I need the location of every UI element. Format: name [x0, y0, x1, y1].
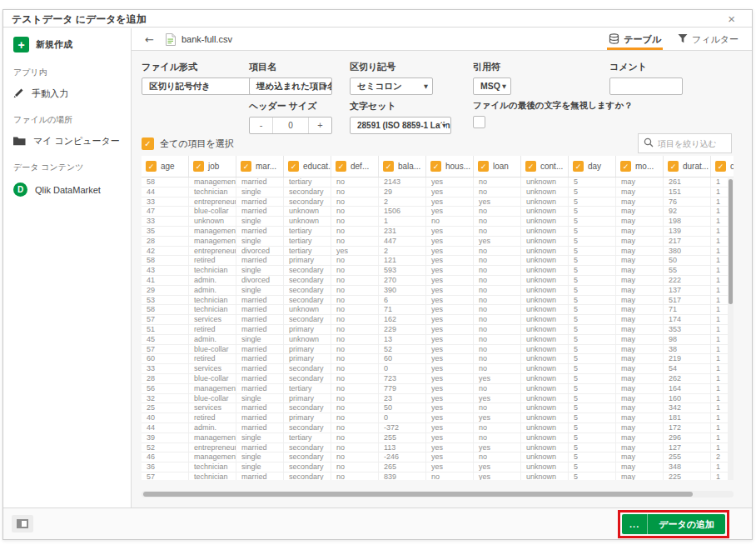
table-cell: no — [331, 345, 379, 354]
column-checkbox[interactable]: ✓ — [146, 161, 157, 172]
table-cell: secondary — [284, 364, 331, 373]
column-checkbox[interactable]: ✓ — [478, 161, 489, 172]
table-cell: 44 — [142, 188, 189, 197]
delimiter-select[interactable]: セミコロン ▼ — [350, 78, 433, 95]
sidebar-item-create-new[interactable]: + 新規作成 — [13, 37, 131, 52]
column-checkbox[interactable]: ✓ — [715, 161, 726, 172]
table-cell: no — [331, 354, 379, 363]
table-cell: 76 — [664, 198, 711, 207]
tab-filter[interactable]: フィルター — [676, 28, 740, 50]
table-cell: 47 — [142, 207, 189, 216]
column-checkbox[interactable]: ✓ — [288, 161, 299, 172]
column-checkbox[interactable]: ✓ — [668, 161, 679, 172]
table-cell: technician — [189, 188, 236, 197]
panel-toggle-button[interactable] — [12, 515, 33, 532]
table-cell: no — [331, 403, 379, 412]
table-cell: no — [331, 217, 379, 226]
table-cell: unknown — [521, 413, 569, 422]
column-checkbox[interactable]: ✓ — [525, 161, 536, 172]
table-cell: yes — [426, 384, 474, 393]
table-header-row: ✓age✓job✓mar...✓educat...✓def...✓bala...… — [142, 156, 734, 178]
sidebar-item-manual-entry[interactable]: 手動入力 — [13, 88, 131, 100]
table-cell: married — [236, 315, 284, 324]
table-row: 39managementsingletertiaryno255yesnounkn… — [142, 433, 734, 443]
comment-input[interactable] — [609, 78, 683, 95]
column-checkbox[interactable]: ✓ — [573, 161, 584, 172]
column-checkbox[interactable]: ✓ — [241, 161, 251, 172]
more-options-icon[interactable]: ... — [622, 516, 647, 532]
table-cell: unknown — [521, 345, 569, 354]
select-all-checkbox[interactable]: ✓ — [142, 138, 154, 150]
table-cell: no — [474, 305, 521, 314]
table-cell: 261 — [664, 178, 711, 187]
table-cell: no — [474, 403, 521, 412]
table-cell: yes — [426, 374, 474, 383]
ignore-eof-checkbox[interactable] — [473, 116, 485, 128]
table-cell: 5 — [569, 266, 616, 275]
column-checkbox[interactable]: ✓ — [336, 161, 346, 172]
add-data-button[interactable]: ... データの追加 — [622, 514, 725, 534]
column-checkbox[interactable]: ✓ — [620, 161, 631, 172]
table-cell: 5 — [569, 345, 616, 354]
main-panel: ← bank-full.csv テーブル フィルター — [132, 28, 752, 508]
table-cell: may — [616, 286, 664, 295]
table-cell: no — [331, 413, 379, 422]
column-label: day — [588, 162, 601, 171]
table-cell: blue-collar — [189, 374, 236, 383]
table-cell: 52 — [379, 345, 426, 354]
table-cell: 5 — [569, 403, 616, 412]
table-cell: 39 — [142, 433, 189, 442]
table-cell: 5 — [569, 433, 616, 442]
table-cell: may — [616, 384, 664, 393]
sidebar-item-qlik-datamarket[interactable]: D Qlik DataMarket — [13, 182, 131, 197]
table-cell: may — [616, 237, 664, 246]
table-cell: may — [616, 256, 664, 265]
table-cell: no — [474, 315, 521, 324]
horizontal-scrollbar-thumb[interactable] — [143, 492, 693, 497]
close-icon[interactable]: × — [728, 11, 735, 27]
table-cell: no — [331, 178, 379, 187]
quoting-select[interactable]: MSQ ▼ — [473, 78, 511, 95]
table-cell: 181 — [664, 413, 711, 422]
table-cell: single — [236, 266, 284, 275]
table-cell: 6 — [379, 296, 426, 305]
table-cell: 50 — [379, 403, 426, 412]
table-cell: may — [616, 374, 664, 383]
horizontal-scrollbar[interactable] — [142, 491, 734, 498]
table-cell: 5 — [569, 296, 616, 305]
column-checkbox[interactable]: ✓ — [383, 161, 394, 172]
field-names-select[interactable]: 埋め込まれた項目名 ▼ — [249, 78, 332, 95]
character-set-label: 文字セット — [350, 100, 451, 112]
table-cell: 174 — [664, 315, 711, 324]
vertical-scrollbar-thumb[interactable] — [729, 179, 733, 304]
table-cell: services — [189, 403, 236, 412]
table-cell: may — [616, 335, 664, 344]
column-label: loan — [493, 162, 509, 171]
table-row: 45admin.singleunknownno13yesnounknown5ma… — [142, 335, 734, 345]
back-arrow-icon[interactable]: ← — [145, 33, 154, 46]
table-cell: yes — [426, 286, 474, 295]
table-cell: no — [426, 217, 474, 226]
table-cell: 33 — [142, 364, 189, 373]
table-cell: no — [331, 325, 379, 334]
table-cell: no — [331, 394, 379, 403]
table-cell: 723 — [379, 374, 426, 383]
table-cell: 225 — [664, 472, 711, 480]
tab-table[interactable]: テーブル — [607, 28, 663, 50]
table-cell: yes — [426, 335, 474, 344]
table-cell: unknown — [521, 354, 569, 363]
column-checkbox[interactable]: ✓ — [193, 161, 204, 172]
table-cell: no — [331, 364, 379, 373]
character-set-group: 文字セット 28591 (ISO 8859-1 Latin I) ▼ — [350, 100, 451, 134]
table-cell: 447 — [379, 237, 426, 246]
search-input[interactable] — [658, 139, 726, 148]
table-cell: unknown — [189, 217, 236, 226]
table-cell: married — [236, 443, 284, 452]
table-cell: no — [474, 207, 521, 216]
table-cell: management — [189, 384, 236, 393]
column-checkbox[interactable]: ✓ — [430, 161, 441, 172]
vertical-scrollbar[interactable] — [728, 178, 734, 480]
comment-group: コメント — [609, 61, 683, 95]
sidebar-item-my-computer[interactable]: マイ コンピューター — [13, 135, 131, 148]
table-cell: yes — [426, 403, 474, 412]
